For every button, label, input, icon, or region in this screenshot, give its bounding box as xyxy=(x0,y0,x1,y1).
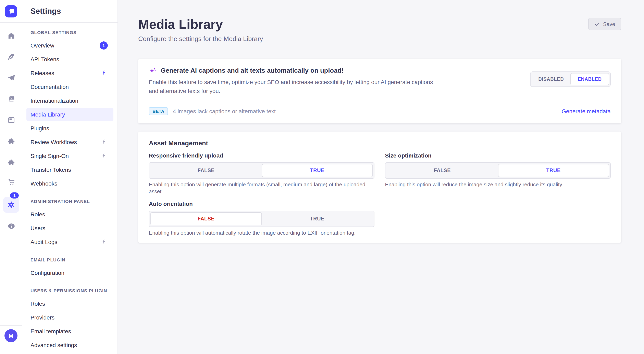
nav-section: ADMINISTRATION PANELRolesUsersAudit Logs xyxy=(22,198,118,248)
field-label: Auto orientation xyxy=(149,200,374,207)
ai-toggle-disabled-option[interactable]: DISABLED xyxy=(532,73,570,85)
notification-count-badge: 1 xyxy=(100,41,108,49)
ai-card-description: Enable this feature to save time, optimi… xyxy=(149,78,443,95)
sidebar-item-users[interactable]: Users xyxy=(26,222,114,235)
shopping-cart-icon[interactable] xyxy=(0,178,22,186)
sidebar-item-audit-logs[interactable]: Audit Logs xyxy=(26,235,114,248)
main-content: Media Library Configure the settings for… xyxy=(118,0,644,354)
asset-management-title: Asset Management xyxy=(149,139,611,147)
sidebar-item-label: Audit Logs xyxy=(30,239,57,245)
toggle-option-true[interactable]: TRUE xyxy=(262,212,373,225)
field-hint: Enabling this option will reduce the ima… xyxy=(385,181,611,188)
sidebar-item-configuration[interactable]: Configuration xyxy=(26,266,114,279)
ai-sparkle-icon xyxy=(149,67,156,74)
toggle-option-true[interactable]: TRUE xyxy=(498,164,609,177)
page-title: Media Library xyxy=(138,16,621,32)
sidebar-item-single-sign-on[interactable]: Single Sign-On xyxy=(26,149,114,162)
setting-field-responsive-friendly-upload: Responsive friendly uploadFALSETRUEEnabl… xyxy=(149,152,374,195)
setting-field-auto-orientation: Auto orientationFALSETRUEEnabling this o… xyxy=(149,200,374,236)
sidebar-nav-list: GLOBAL SETTINGSOverview1API TokensReleas… xyxy=(22,23,118,352)
sidebar-item-webhooks[interactable]: Webhooks xyxy=(26,177,114,190)
boolean-toggle: FALSETRUE xyxy=(149,211,374,227)
sidebar-item-documentation[interactable]: Documentation xyxy=(26,80,114,93)
sidebar-item-label: Advanced settings xyxy=(30,342,77,348)
lightning-icon xyxy=(101,238,109,245)
generate-metadata-link[interactable]: Generate metadata xyxy=(562,108,611,115)
settings-icon[interactable] xyxy=(3,197,19,213)
ai-card-footer: BETA 4 images lack captions or alternati… xyxy=(149,107,611,115)
sidebar-item-transfer-tokens[interactable]: Transfer Tokens xyxy=(26,163,114,176)
sidebar-item-internationalization[interactable]: Internationalization xyxy=(26,94,114,107)
sidebar-item-label: Transfer Tokens xyxy=(30,167,71,173)
info-icon[interactable] xyxy=(0,222,22,230)
strapi-logo[interactable] xyxy=(5,5,17,17)
sidebar-item-label: Documentation xyxy=(30,84,69,90)
sidebar-item-label: Internationalization xyxy=(30,97,78,104)
rail-header xyxy=(0,0,22,23)
rail-divider xyxy=(0,325,22,326)
sidebar-item-review-workflows[interactable]: Review Workflows xyxy=(26,136,114,149)
sidebar-item-label: Webhooks xyxy=(30,180,57,187)
toggle-option-true[interactable]: TRUE xyxy=(262,164,373,177)
sidebar-item-api-tokens[interactable]: API Tokens xyxy=(26,53,114,66)
check-icon xyxy=(594,21,600,27)
nav-section: GLOBAL SETTINGSOverview1API TokensReleas… xyxy=(22,29,118,190)
nav-section: USERS & PERMISSIONS PLUGINRolesProviders… xyxy=(22,287,118,352)
sidebar-item-plugins[interactable]: Plugins xyxy=(26,122,114,135)
page-header: Media Library Configure the settings for… xyxy=(138,16,621,44)
user-avatar[interactable]: M xyxy=(4,329,18,342)
sidebar-item-roles[interactable]: Roles xyxy=(26,297,114,310)
field-label: Size optimization xyxy=(385,152,611,159)
toggle-option-false[interactable]: FALSE xyxy=(387,164,498,177)
puzzle-icon[interactable] xyxy=(0,137,22,145)
sidebar-item-label: Email templates xyxy=(30,328,71,335)
home-icon[interactable] xyxy=(0,32,22,40)
toggle-option-false[interactable]: FALSE xyxy=(150,212,262,225)
nav-section-label: EMAIL PLUGIN xyxy=(26,257,114,263)
asset-management-card: Asset Management Responsive friendly upl… xyxy=(138,132,621,243)
save-button[interactable]: Save xyxy=(588,18,621,30)
missing-captions-text: 4 images lack captions or alternative te… xyxy=(173,108,276,115)
sidebar-item-overview[interactable]: Overview1 xyxy=(26,39,114,52)
strapi-settings-page: 1 M Settings GLOBAL SETTINGSOverview1API… xyxy=(0,0,644,354)
paper-plane-icon[interactable] xyxy=(0,74,22,82)
lightning-icon xyxy=(101,153,109,159)
page-subtitle: Configure the settings for the Media Lib… xyxy=(138,34,621,44)
puzzle-alt-icon[interactable] xyxy=(0,158,22,167)
lightning-icon xyxy=(101,70,109,77)
nav-section-label: GLOBAL SETTINGS xyxy=(26,29,114,36)
sidebar-item-label: Media Library xyxy=(30,111,65,118)
ai-card-title: Generate AI captions and alt texts autom… xyxy=(160,67,344,75)
sidebar-item-label: Review Workflows xyxy=(30,139,77,145)
images-icon[interactable] xyxy=(0,95,22,103)
save-button-label: Save xyxy=(603,21,615,27)
boolean-toggle: FALSETRUE xyxy=(385,162,611,179)
sidebar-item-label: Plugins xyxy=(30,125,49,132)
sidebar-item-providers[interactable]: Providers xyxy=(26,311,114,324)
nav-section-label: ADMINISTRATION PANEL xyxy=(26,198,114,205)
layout-icon[interactable] xyxy=(0,116,22,124)
sidebar-title: Settings xyxy=(30,7,61,16)
beta-badge: BETA xyxy=(149,107,168,115)
nav-section-label: USERS & PERMISSIONS PLUGIN xyxy=(26,287,114,294)
sidebar-item-label: API Tokens xyxy=(30,56,59,62)
sidebar-item-media-library[interactable]: Media Library xyxy=(26,108,114,121)
sidebar-item-email-templates[interactable]: Email templates xyxy=(26,325,114,338)
field-hint: Enabling this option will automatically … xyxy=(149,229,374,236)
sidebar-item-releases[interactable]: Releases xyxy=(26,67,114,80)
lightning-icon xyxy=(101,139,109,146)
feather-icon[interactable] xyxy=(0,53,22,61)
field-hint: Enabling this option will generate multi… xyxy=(149,181,374,195)
sidebar-item-advanced-settings[interactable]: Advanced settings xyxy=(26,339,114,352)
sidebar-item-label: Users xyxy=(30,225,45,231)
setting-field-size-optimization: Size optimizationFALSETRUEEnabling this … xyxy=(385,152,611,195)
field-label: Responsive friendly upload xyxy=(149,152,374,159)
sidebar-item-label: Providers xyxy=(30,314,54,321)
nav-section: EMAIL PLUGINConfiguration xyxy=(22,257,118,279)
sidebar-item-roles[interactable]: Roles xyxy=(26,208,114,221)
ai-enabled-toggle: DISABLED ENABLED xyxy=(530,71,611,87)
toggle-option-false[interactable]: FALSE xyxy=(150,164,262,177)
ai-captions-card: Generate AI captions and alt texts autom… xyxy=(138,59,621,123)
boolean-toggle: FALSETRUE xyxy=(149,162,374,179)
ai-toggle-enabled-option[interactable]: ENABLED xyxy=(570,73,609,85)
